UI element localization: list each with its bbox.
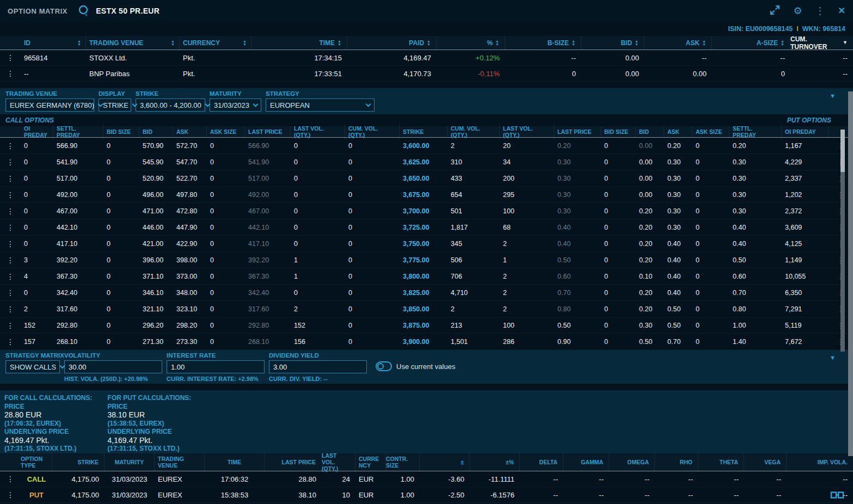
matrix-call-column-header[interactable]: SETTL. PREDAY	[53, 124, 103, 139]
quote-column-header[interactable]: ID▲▼	[21, 36, 86, 50]
matrix-row[interactable]: ⋮0566.900570.90572.700566.90003,600.0022…	[0, 138, 853, 154]
matrix-row[interactable]: ⋮0342.400346.10348.000342.40003,825.004,…	[0, 285, 853, 301]
sorted-desc-icon[interactable]: ▼	[843, 40, 848, 45]
strike-cell[interactable]: 3,625.00	[400, 158, 447, 166]
strike-cell[interactable]: 3,725.00	[400, 224, 447, 231]
positions-column-header[interactable]: TIME	[205, 453, 265, 471]
matrix-call-column-header[interactable]: CUM. VOL. (QTY.)	[345, 124, 400, 139]
positions-column-header[interactable]: TRADING VENUE	[155, 453, 205, 471]
expand-icon[interactable]	[770, 5, 780, 17]
window-scrollbar[interactable]	[848, 91, 853, 456]
collapse-panel-icon[interactable]: ▼	[830, 354, 836, 361]
strike-cell[interactable]: 3,800.00	[400, 273, 447, 280]
show-calls-dropdown[interactable]: SHOW CALLS	[5, 360, 60, 373]
row-menu-icon[interactable]: ⋮	[0, 70, 21, 77]
quote-column-header[interactable]: TRADING VENUE▲▼	[86, 36, 180, 50]
row-menu-icon[interactable]: ⋮	[0, 191, 21, 199]
quote-column-header[interactable]: BID▲▼	[581, 36, 645, 50]
strike-cell[interactable]: 3,600.00	[400, 142, 447, 150]
row-menu-icon[interactable]: ⋮	[0, 207, 21, 215]
matrix-put-column-header[interactable]: LAST PRICE	[554, 126, 601, 137]
positions-column-header[interactable]: CONTR. SIZE	[386, 453, 420, 471]
matrix-row[interactable]: ⋮2317.600321.10323.100317.60203,850.0022…	[0, 301, 853, 317]
matrix-put-column-header[interactable]: SETTL. PREDAY	[729, 124, 782, 139]
matrix-scrollbar[interactable]	[840, 130, 845, 352]
use-current-values-toggle[interactable]	[376, 361, 392, 371]
sort-icon[interactable]: ▲▼	[337, 40, 341, 46]
filter-dropdown[interactable]: 3,600.00 - 4,200.00	[136, 99, 205, 112]
quote-column-header[interactable]: CURRENCY▲▼	[180, 36, 251, 50]
positions-column-header[interactable]: CURRENCY	[355, 453, 386, 471]
sort-icon[interactable]: ▲▼	[781, 40, 784, 46]
filter-dropdown[interactable]: EUREX GERMANY (6780)	[5, 99, 94, 112]
search-icon[interactable]	[77, 4, 90, 17]
sort-icon[interactable]: ▲▼	[427, 40, 431, 46]
positions-row[interactable]: ⋮PUT4,175.0031/03/2023EUREX15:38:5338.10…	[0, 487, 853, 503]
interest-rate-input[interactable]: 1.00	[167, 360, 265, 373]
matrix-strike-column-header[interactable]: STRIKE	[400, 126, 447, 137]
row-menu-icon[interactable]: ⋮	[0, 142, 21, 150]
positions-column-header[interactable]: LAST VOL. (QTY.)	[322, 451, 355, 473]
row-menu-icon[interactable]: ⋮	[0, 475, 21, 483]
strike-cell[interactable]: 3,750.00	[400, 240, 447, 248]
filter-dropdown[interactable]: EUROPEAN	[266, 99, 375, 112]
matrix-row[interactable]: ⋮0442.100446.00447.900442.10003,725.001,…	[0, 219, 853, 236]
matrix-row[interactable]: ⋮0417.100421.00422.900417.10003,750.0034…	[0, 236, 853, 252]
filter-dropdown[interactable]: STRIKE	[99, 99, 131, 112]
positions-column-header[interactable]: VEGA	[744, 453, 787, 471]
row-menu-icon[interactable]: ⋮	[0, 240, 21, 248]
positions-column-header[interactable]: ±%	[470, 453, 520, 471]
quote-column-header[interactable]: A-SIZE▲▼	[712, 36, 790, 50]
quote-row[interactable]: ⋮965814STOXX Ltd.Pkt.17:34:154,169.47+0.…	[0, 50, 853, 66]
positions-column-header[interactable]: OPTION TYPE	[21, 453, 52, 471]
strike-cell[interactable]: 3,875.00	[400, 322, 447, 329]
filter-dropdown[interactable]: 31/03/2023	[210, 99, 261, 112]
matrix-row[interactable]: ⋮157268.100271.30273.300268.1015603,900.…	[0, 334, 853, 350]
positions-column-header[interactable]: OMEGA	[609, 453, 655, 471]
strike-cell[interactable]: 3,775.00	[400, 256, 447, 264]
more-menu-icon[interactable]: ⋮	[815, 6, 825, 16]
strike-cell[interactable]: 3,850.00	[400, 305, 447, 313]
matrix-row[interactable]: ⋮4367.300371.10373.000367.30103,800.0070…	[0, 268, 853, 285]
matrix-put-column-header[interactable]: CUM. VOL. (QTY.)	[447, 124, 500, 139]
volatility-input[interactable]: 30.00	[64, 360, 162, 373]
row-menu-icon[interactable]: ⋮	[0, 338, 21, 346]
matrix-call-column-header[interactable]: BID	[139, 126, 173, 137]
quote-column-header[interactable]: PAID▲▼	[347, 36, 437, 50]
sort-icon[interactable]: ▲▼	[702, 40, 706, 46]
row-menu-icon[interactable]: ⋮	[0, 289, 21, 297]
quote-row[interactable]: ⋮--BNP ParibasPkt.17:33:514,170.73-0.11%…	[0, 66, 853, 82]
collapse-panel-icon[interactable]: ▼	[830, 93, 836, 99]
quote-column-header[interactable]: TIME▲▼	[251, 36, 347, 50]
matrix-put-column-header[interactable]: ASK	[664, 126, 692, 137]
matrix-row[interactable]: ⋮0541.900545.90547.700541.90003,625.0031…	[0, 154, 853, 170]
strike-cell[interactable]: 3,900.00	[400, 338, 447, 346]
matrix-put-column-header[interactable]: OI PREDAY	[782, 126, 829, 137]
matrix-put-column-header[interactable]: LAST VOL. (QTY.)	[500, 124, 554, 139]
row-menu-icon[interactable]: ⋮	[0, 256, 21, 264]
quote-column-header[interactable]: ASK▲▼	[645, 36, 712, 50]
sort-icon[interactable]: ▲▼	[77, 40, 81, 46]
sort-icon[interactable]: ▲▼	[171, 40, 175, 46]
positions-row[interactable]: ⋮CALL4,175.0031/03/2023EUREX17:06:3228.8…	[0, 471, 853, 487]
row-menu-icon[interactable]: ⋮	[0, 491, 21, 499]
positions-column-header[interactable]: DELTA	[520, 453, 563, 471]
dividend-yield-input[interactable]: 3.00	[269, 360, 367, 373]
matrix-call-column-header[interactable]: LAST PRICE	[245, 126, 291, 137]
matrix-row[interactable]: ⋮3392.200396.00398.000392.20103,775.0050…	[0, 252, 853, 268]
sort-icon[interactable]: ▲▼	[635, 40, 639, 46]
strike-cell[interactable]: 3,650.00	[400, 175, 447, 182]
row-menu-icon[interactable]: ⋮	[0, 305, 21, 313]
row-menu-icon[interactable]: ⋮	[0, 273, 21, 280]
strike-cell[interactable]: 3,700.00	[400, 207, 447, 215]
positions-column-header[interactable]: GAMMA	[563, 453, 609, 471]
instrument-name[interactable]: ESTX 50 PR.EUR	[96, 7, 159, 15]
positions-column-header[interactable]: LAST PRICE	[265, 453, 322, 471]
quote-column-header[interactable]: %▲▼	[437, 36, 505, 50]
row-menu-icon[interactable]: ⋮	[0, 322, 21, 329]
positions-column-header[interactable]: STRIKE	[52, 453, 105, 471]
positions-column-header[interactable]: RHO	[655, 453, 698, 471]
matrix-row[interactable]: ⋮0492.000496.00497.800492.00003,675.0065…	[0, 187, 853, 203]
matrix-call-column-header[interactable]: ASK SIZE	[207, 126, 245, 137]
row-menu-icon[interactable]: ⋮	[0, 175, 21, 182]
